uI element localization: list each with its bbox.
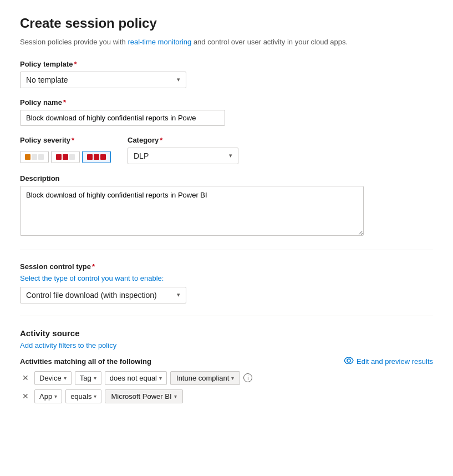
policy-template-value: No template [26,75,68,84]
chevron-down-icon: ▾ [229,152,232,159]
severity-options [20,151,111,163]
subtitle: Session policies provide you with real-t… [20,37,433,48]
filter-device-chip[interactable]: Device ▾ [34,371,72,385]
eye-icon [344,357,354,366]
session-control-label: Session control type* [20,262,433,271]
filter-app-chip[interactable]: App ▾ [34,389,62,403]
subtitle-rest: and control over user activity in your c… [194,38,348,46]
page-title: Create session policy [20,16,433,31]
svg-point-0 [347,359,350,362]
policy-name-input[interactable] [20,110,225,126]
severity-high-button[interactable] [82,151,111,163]
filter-powerbi-value[interactable]: Microsoft Power BI ▾ [105,389,182,403]
subtitle-link[interactable]: real-time monitoring [128,38,191,46]
chevron-down-icon: ▾ [159,375,162,381]
session-control-subtitle: Select the type of control you want to e… [20,274,433,282]
policy-name-label: Policy name* [20,98,433,107]
filter-row-1: ✕ Device ▾ Tag ▾ does not equal ▾ Intune… [20,371,433,385]
chevron-down-icon: ▾ [64,375,67,381]
matching-title: Activities matching all of the following [20,357,151,366]
chevron-down-icon: ▾ [94,375,96,381]
policy-template-group: Policy template* No template ▾ [20,60,433,88]
severity-category-row: Policy severity* Category* DLP ▾ [20,136,433,164]
description-label: Description [20,174,433,183]
edit-preview-label: Edit and preview results [357,357,433,366]
session-control-value: Control file download (with inspection) [26,291,157,300]
info-icon[interactable]: i [243,373,252,382]
severity-medium-button[interactable] [51,151,80,163]
section-divider-2 [20,316,433,316]
session-control-dropdown[interactable]: Control file download (with inspection) … [20,287,186,303]
policy-severity-group: Policy severity* [20,136,111,163]
chevron-down-icon: ▾ [177,291,180,298]
description-textarea[interactable]: Block download of highly confidential re… [20,186,364,236]
chevron-down-icon: ▾ [54,393,57,399]
description-group: Description Block download of highly con… [20,174,433,237]
filter-row-2: ✕ App ▾ equals ▾ Microsoft Power BI ▾ [20,389,433,403]
policy-template-label: Policy template* [20,60,433,68]
filter-intune-value[interactable]: Intune compliant ▾ [170,371,240,385]
section-divider [20,250,433,250]
filter-equals-chip[interactable]: equals ▾ [65,389,101,403]
category-label: Category* [128,136,238,144]
category-group: Category* DLP ▾ [128,136,238,164]
add-activity-filters-link[interactable]: Add activity filters to the policy [20,341,433,350]
category-value: DLP [134,151,149,160]
policy-name-group: Policy name* [20,98,433,126]
activity-source-title: Activity source [20,328,433,338]
matching-row: Activities matching all of the following… [20,357,433,366]
chevron-down-icon: ▾ [94,393,96,399]
subtitle-text: Session policies provide you with [20,38,128,46]
activity-source-section: Activity source Add activity filters to … [20,328,433,403]
chevron-down-icon: ▾ [231,375,234,381]
severity-low-button[interactable] [20,151,49,163]
session-control-group: Session control type* Select the type of… [20,262,433,303]
chevron-down-icon: ▾ [174,393,177,399]
chevron-down-icon: ▾ [177,76,180,83]
severity-label: Policy severity* [20,136,111,144]
filter-tag-chip[interactable]: Tag ▾ [75,371,101,385]
category-dropdown[interactable]: DLP ▾ [128,148,238,164]
filter-does-not-equal-chip[interactable]: does not equal ▾ [105,371,167,385]
edit-preview-button[interactable]: Edit and preview results [344,357,433,366]
filter-remove-1[interactable]: ✕ [20,372,31,383]
policy-template-dropdown[interactable]: No template ▾ [20,72,186,88]
filter-remove-2[interactable]: ✕ [20,391,31,402]
